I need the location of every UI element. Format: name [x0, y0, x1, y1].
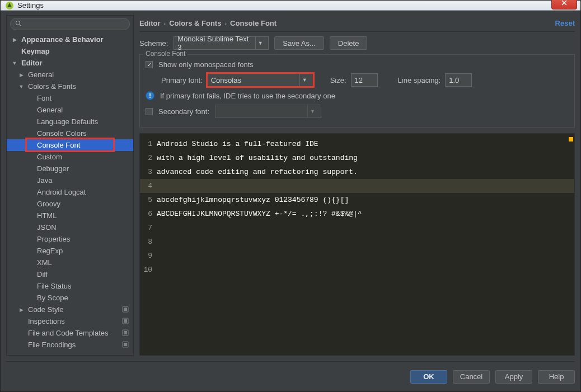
sidebar-item-label: Colors & Fonts	[28, 82, 130, 91]
reset-link[interactable]: Reset	[555, 19, 575, 27]
secondary-font-checkbox[interactable]	[146, 108, 153, 115]
sidebar-item-diff[interactable]: Diff	[7, 268, 133, 280]
sidebar-item-label: File and Code Templates	[28, 329, 122, 337]
breadcrumb-colors-fonts[interactable]: Colors & Fonts	[169, 19, 221, 27]
sidebar-item-general[interactable]: ▶General	[7, 69, 133, 81]
dialog-button-bar: OK Cancel Apply Help	[6, 361, 575, 386]
tree-arrow-icon: ▶	[11, 37, 18, 42]
sidebar-item-label: Groovy	[37, 200, 130, 208]
info-text: If primary font fails, IDE tries to use …	[160, 92, 335, 100]
sidebar-item-groovy[interactable]: Groovy	[7, 198, 133, 210]
sidebar-item-editor[interactable]: ▼Editor	[7, 57, 133, 69]
close-button[interactable]	[551, 0, 577, 10]
sidebar-item-custom[interactable]: Custom	[7, 151, 133, 163]
app-icon	[5, 1, 14, 10]
sidebar-item-font[interactable]: Font	[7, 92, 133, 104]
secondary-font-combo: ▼	[215, 105, 321, 118]
sidebar-item-label: Inspections	[28, 317, 122, 325]
sidebar-item-general[interactable]: General	[7, 104, 133, 116]
sidebar-item-label: General	[37, 106, 130, 114]
console-font-fieldset: Console Font Show only monospaced fonts …	[139, 54, 575, 127]
apply-button[interactable]: Apply	[495, 370, 532, 384]
ok-button[interactable]: OK	[410, 370, 447, 384]
sidebar-item-label: Language Defaults	[37, 117, 130, 126]
line-spacing-input[interactable]: 1.0	[445, 73, 472, 87]
sidebar-item-xml[interactable]: XML	[7, 257, 133, 268]
editor-line: 1Android Studio is a full-featured IDE	[140, 137, 574, 151]
sidebar-item-label: XML	[37, 258, 130, 267]
sidebar-item-file-and-code-templates[interactable]: File and Code Templates	[7, 327, 133, 339]
sidebar-item-file-encodings[interactable]: File Encodings	[7, 339, 133, 351]
settings-tree[interactable]: ▶Appearance & BehaviorKeymap▼Editor▶Gene…	[7, 34, 133, 355]
gutter-line-number: 6	[140, 210, 157, 218]
sidebar-item-properties[interactable]: Properties	[7, 233, 133, 245]
sidebar-item-language-defaults[interactable]: Language Defaults	[7, 116, 133, 127]
project-settings-icon	[122, 306, 130, 314]
primary-font-value: Consolas	[211, 76, 241, 84]
chevron-down-icon: ▼	[255, 37, 265, 49]
breadcrumb-editor[interactable]: Editor	[139, 19, 161, 27]
gutter-line-number: 8	[140, 238, 157, 246]
save-as-button[interactable]: Save As...	[274, 36, 324, 50]
scheme-label: Scheme:	[139, 39, 168, 48]
sidebar-item-colors-fonts[interactable]: ▼Colors & Fonts	[7, 81, 133, 92]
gutter-line-number: 7	[140, 224, 157, 232]
sidebar-item-regexp[interactable]: RegExp	[7, 245, 133, 257]
sidebar-item-keymap[interactable]: Keymap	[7, 45, 133, 57]
sidebar-item-android-logcat[interactable]: Android Logcat	[7, 186, 133, 198]
sidebar-item-inspections[interactable]: Inspections	[7, 315, 133, 327]
sidebar-item-code-style[interactable]: ▶Code Style	[7, 304, 133, 315]
sidebar-item-label: Keymap	[21, 47, 130, 55]
breadcrumb-console-font: Console Font	[230, 19, 277, 27]
gutter-line-number: 9	[140, 252, 157, 260]
search-box[interactable]	[10, 18, 130, 30]
preview-editor[interactable]: 1Android Studio is a full-featured IDE2w…	[139, 133, 575, 356]
editor-line: 3advanced code editing and refactoring s…	[140, 165, 574, 179]
sidebar-item-label: Font	[37, 94, 130, 102]
sidebar-item-appearance-behavior[interactable]: ▶Appearance & Behavior	[7, 34, 133, 45]
sidebar-item-file-status[interactable]: File Status	[7, 280, 133, 292]
scheme-combo[interactable]: Monokai Sublime Text 3 ▼	[174, 36, 269, 50]
form-area: Scheme: Monokai Sublime Text 3 ▼ Save As…	[139, 32, 575, 127]
size-input[interactable]: 12	[351, 73, 378, 87]
search-input[interactable]	[25, 20, 125, 28]
help-button[interactable]: Help	[538, 370, 575, 384]
show-monospaced-label: Show only monospaced fonts	[158, 60, 254, 69]
sidebar-item-console-colors[interactable]: Console Colors	[7, 127, 133, 139]
primary-font-combo[interactable]: Consolas ▼	[207, 73, 313, 87]
content: ▶Appearance & BehaviorKeymap▼Editor▶Gene…	[1, 11, 580, 391]
chevron-down-icon: ▼	[299, 74, 310, 86]
delete-button[interactable]: Delete	[330, 36, 368, 50]
chevron-right-icon: ›	[224, 20, 227, 27]
sidebar-item-label: File Status	[37, 282, 130, 290]
project-settings-icon	[122, 318, 130, 325]
gutter-line-number: 10	[140, 266, 157, 274]
info-icon: !	[146, 91, 154, 100]
secondary-font-label: Secondary font:	[158, 107, 209, 116]
sidebar-item-label: By Scope	[37, 294, 130, 302]
tree-arrow-icon: ▶	[18, 72, 25, 78]
sidebar-item-console-font[interactable]: Console Font	[7, 139, 133, 151]
svg-rect-6	[124, 319, 127, 323]
sidebar-item-label: Code Style	[28, 305, 122, 314]
settings-window: Settings ▶Appearance & BehaviorKeymap▼Ed…	[0, 0, 581, 392]
sidebar-item-label: Android Logcat	[37, 188, 130, 196]
sidebar-item-java[interactable]: Java	[7, 174, 133, 186]
sidebar-item-by-scope[interactable]: By Scope	[7, 292, 133, 304]
sidebar-item-label: JSON	[37, 223, 130, 232]
gutter-line-number: 5	[140, 196, 157, 204]
editor-line: 10	[140, 263, 574, 277]
show-monospaced-checkbox[interactable]	[146, 61, 153, 68]
editor-line: 8	[140, 235, 574, 249]
fieldset-legend: Console Font	[143, 50, 188, 58]
sidebar-item-html[interactable]: HTML	[7, 210, 133, 221]
cancel-button[interactable]: Cancel	[453, 370, 490, 384]
sidebar-item-json[interactable]: JSON	[7, 221, 133, 233]
chevron-down-icon: ▼	[307, 105, 317, 117]
line-spacing-label: Line spacing:	[398, 76, 441, 84]
sidebar-item-debugger[interactable]: Debugger	[7, 163, 133, 174]
svg-rect-10	[124, 343, 127, 346]
editor-line: 4	[140, 179, 574, 193]
close-icon	[561, 0, 568, 6]
sidebar-item-label: Java	[37, 176, 130, 185]
